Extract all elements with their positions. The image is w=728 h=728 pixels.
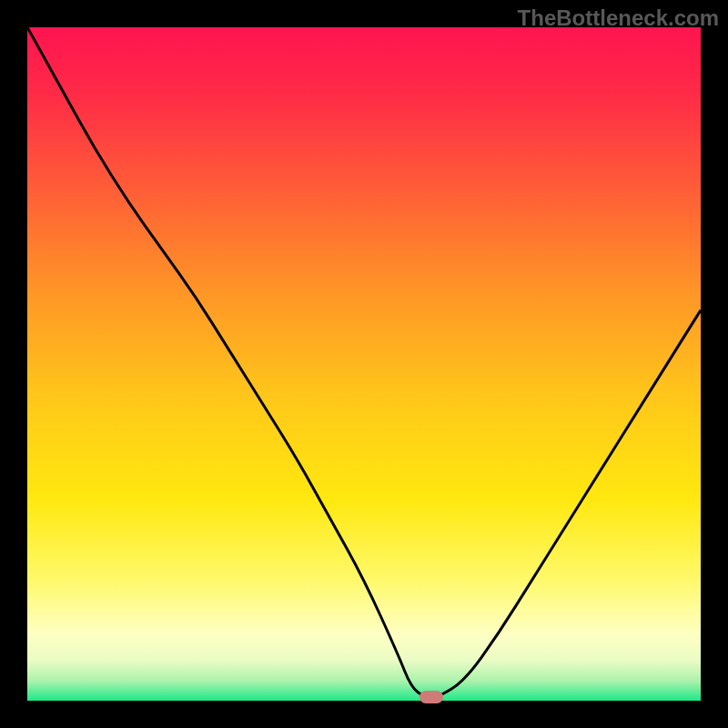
chart-curve: [27, 27, 701, 701]
watermark-text: TheBottleneck.com: [518, 5, 719, 31]
optimal-point-marker: [420, 691, 443, 703]
chart-plot-area: [27, 27, 701, 701]
